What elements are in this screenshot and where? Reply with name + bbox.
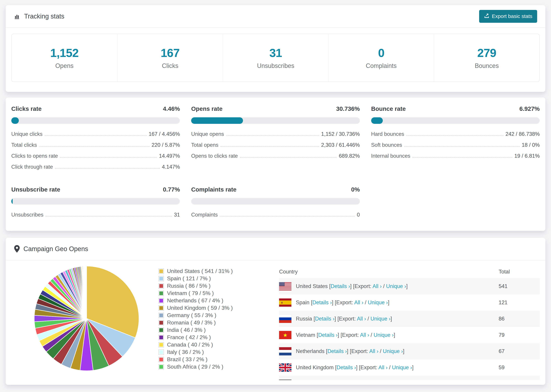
details-link[interactable]: Details › [331, 283, 350, 289]
country-flag-icon [279, 298, 291, 307]
legend-label: United States ( 541 / 31% ) [167, 268, 233, 274]
rate-percentage: 0% [351, 186, 360, 193]
export-all-link[interactable]: All › [360, 332, 369, 338]
geo-table-row: United States [Details ›] [Export: All ›… [279, 278, 540, 294]
country-total: 121 [499, 294, 540, 311]
geo-table-row: United Kingdom [Details ›] [Export: All … [279, 359, 540, 376]
details-link[interactable]: Details › [318, 332, 338, 338]
legend-item: Brazil ( 33 / 2% ) [158, 356, 261, 363]
legend-item: United States ( 541 / 31% ) [158, 267, 261, 275]
rates-grid: Clicks rate 4.46% Unique clicks 167 / 4.… [11, 105, 540, 220]
legend-item: Vietnam ( 79 / 5% ) [158, 290, 261, 297]
details-link[interactable]: Details › [315, 316, 335, 322]
summary-stat-value: 279 [477, 46, 496, 60]
export-all-link[interactable]: All › [369, 348, 378, 354]
details-link[interactable]: Details › [327, 348, 347, 354]
legend-swatch [158, 350, 164, 355]
rate-detail-label: Opens to clicks rate [191, 153, 238, 159]
legend-swatch [158, 313, 164, 318]
summary-stat-label: Clicks [162, 62, 178, 70]
export-all-link[interactable]: All › [373, 283, 381, 289]
export-button-label: Export basic stats [492, 13, 532, 19]
summary-stat-cell: 167 Clicks [117, 34, 223, 82]
legend-swatch [158, 268, 164, 274]
rate-detail-row: Total opens 2,303 / 61.446% [191, 140, 360, 151]
geo-table-row: Netherlands [Details ›] [Export: All › /… [279, 343, 540, 359]
country-total: 79 [499, 327, 540, 343]
geo-section-title: Campaign Geo Opens [23, 245, 88, 253]
legend-item: France ( 42 / 2% ) [158, 334, 261, 341]
legend-label: Romania ( 49 / 3% ) [167, 320, 216, 326]
export-prefix: Export: [351, 348, 369, 354]
legend-swatch [158, 305, 164, 311]
geo-opens-header: Campaign Geo Opens [6, 238, 545, 260]
rate-detail-row: Internal bounces 19 / 6.81% [371, 151, 540, 161]
map-pin-icon [14, 245, 20, 253]
summary-stat-value: 167 [161, 46, 179, 60]
legend-swatch [158, 327, 164, 333]
legend-swatch [158, 298, 164, 303]
leader-dots [45, 135, 147, 136]
tracking-stats-title: Tracking stats [14, 13, 64, 20]
rate-detail-label: Unique opens [191, 131, 224, 137]
export-all-link[interactable]: All › [357, 316, 366, 322]
rate-detail-value: 31 [174, 212, 180, 218]
geo-table-row: Spain [Details ›] [Export: All › / Uniqu… [279, 294, 540, 311]
rate-title: Clicks rate [11, 105, 42, 112]
summary-stat-label: Bounces [475, 62, 499, 70]
rate-percentage: 30.736% [336, 105, 360, 112]
rate-detail-row: Soft bounces 18 / 0% [371, 140, 540, 151]
legend-item: Russia ( 86 / 5% ) [158, 282, 261, 290]
rate-detail-value: 689.82% [339, 153, 360, 159]
summary-stats-row: 1,152 Opens 167 Clicks 31 Unsubscribes 0… [11, 34, 540, 82]
summary-stat-value: 31 [269, 46, 282, 60]
export-unique-link[interactable]: Unique › [386, 283, 406, 289]
summary-stat-cell: 31 Unsubscribes [223, 34, 328, 82]
rate-progress-fill [371, 117, 383, 124]
legend-item: South Africa ( 29 / 2% ) [158, 363, 261, 371]
country-links: United States [Details ›] [Export: All ›… [296, 283, 408, 289]
rate-detail-row: Click through rate 4.147% [11, 161, 180, 172]
legend-item: Romania ( 49 / 3% ) [158, 319, 261, 326]
rate-detail-row: Hard bounces 242 / 86.738% [371, 129, 540, 140]
export-prefix: Export: [339, 316, 357, 322]
export-unique-link[interactable]: Unique › [368, 300, 388, 305]
export-basic-stats-button[interactable]: Export basic stats [479, 10, 537, 23]
country-flag-icon [279, 347, 291, 355]
country-total: 59 [499, 359, 540, 376]
leader-dots [240, 157, 337, 158]
rate-detail-label: Unsubscribes [11, 212, 43, 218]
legend-swatch [158, 276, 164, 281]
export-all-link[interactable]: All › [379, 364, 388, 371]
export-unique-link[interactable]: Unique › [370, 316, 390, 322]
country-total: 541 [499, 278, 540, 294]
export-unique-link[interactable]: Unique › [392, 364, 412, 371]
country-name: United Kingdom [296, 364, 334, 371]
rate-detail-row: Complaints 0 [191, 209, 360, 220]
country-links: Netherlands [Details ›] [Export: All › /… [296, 348, 404, 354]
rate-progress-track [371, 117, 540, 124]
rate-progress-track [191, 117, 360, 124]
rate-detail-value: 1,152 / 30.736% [321, 131, 360, 137]
rate-detail-row: Unique clicks 167 / 4.456% [11, 129, 180, 140]
country-name: Spain [296, 300, 309, 305]
country-name: Vietnam [296, 332, 315, 338]
legend-label: France ( 42 / 2% ) [167, 334, 211, 341]
export-prefix: Export: [336, 300, 354, 305]
country-name: United States [296, 283, 328, 289]
legend-item: India ( 46 / 3% ) [158, 326, 261, 334]
export-unique-link[interactable]: Unique › [374, 332, 394, 338]
legend-label: India ( 46 / 3% ) [167, 327, 206, 333]
leader-dots [412, 157, 512, 158]
rate-progress-fill [11, 117, 19, 124]
details-link[interactable]: Details › [337, 364, 356, 371]
country-flag-icon [279, 315, 291, 323]
details-link[interactable]: Details › [312, 300, 332, 305]
legend-item: Netherlands ( 67 / 4% ) [158, 297, 261, 304]
rate-detail-value: 19 / 6.81% [514, 153, 540, 159]
export-unique-link[interactable]: Unique › [383, 348, 403, 354]
geo-table-wrap[interactable]: Country Total United States [Details ›] … [279, 266, 540, 380]
rate-progress-fill [191, 117, 243, 124]
rate-progress-track [11, 117, 180, 124]
export-all-link[interactable]: All › [354, 300, 363, 305]
